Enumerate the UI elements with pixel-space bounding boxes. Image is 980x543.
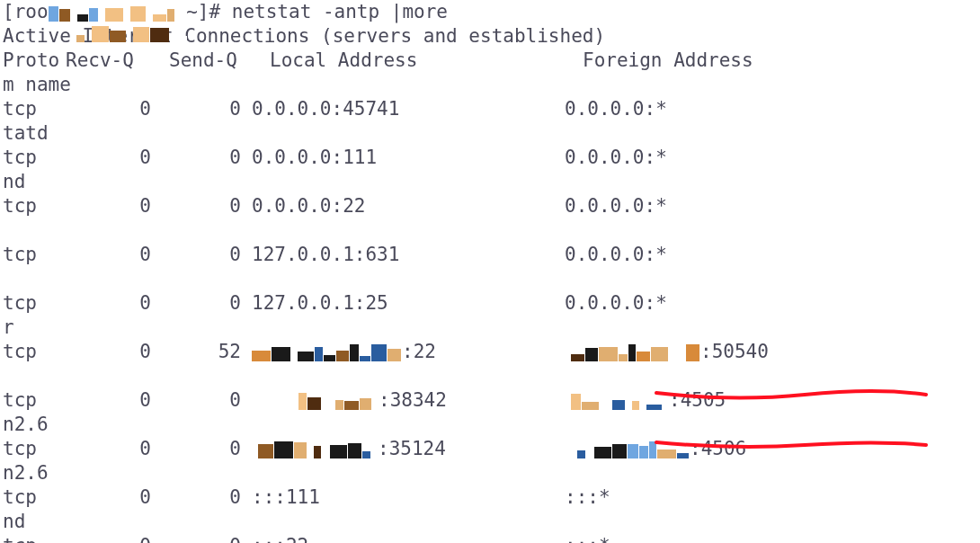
terminal-output: [roo ~]# netstat -antp |moreActive Inter…: [0, 0, 980, 543]
cell-foreign: 0.0.0.0:*: [565, 194, 870, 218]
cell-foreign: 0.0.0.0:*: [565, 291, 870, 316]
cell-proto: tcp: [3, 437, 57, 461]
col-foreign: Foreign Address: [583, 49, 888, 73]
cell-local: :22: [252, 340, 565, 364]
cell-wrap: [3, 365, 14, 387]
cell-local: :38342: [252, 388, 565, 413]
cell-foreign: 0.0.0.0:*: [565, 243, 870, 267]
cell-proto: tcp: [3, 534, 57, 543]
redaction-overflow: [76, 21, 188, 45]
redacted-ip: [252, 389, 379, 411]
redacted-ip: [49, 1, 175, 22]
cell-local: :::22: [252, 534, 565, 543]
cell-local: 127.0.0.1:631: [252, 243, 565, 267]
cell-proto: tcp: [3, 146, 57, 170]
net-row: tcp00 :::111:::*: [3, 485, 977, 510]
cell-wrap: r: [3, 316, 14, 338]
cell-proto: tcp: [3, 291, 57, 316]
cell-foreign: :4505: [565, 388, 870, 413]
net-row: tcp00 127.0.0.1:6310.0.0.0:*: [3, 243, 977, 267]
net-row: tcp00 127.0.0.1:250.0.0.0:*: [3, 291, 977, 316]
terminal-line: [3, 267, 977, 291]
cell-sendq: 0: [151, 243, 241, 267]
cell-sendq: 0: [151, 97, 241, 121]
cell-recvq: 0: [57, 485, 151, 510]
cell-proto: tcp: [3, 97, 57, 121]
cell-wrap: nd: [3, 171, 25, 192]
command-text: netstat -antp |more: [232, 1, 448, 22]
foreign-port: :4506: [690, 438, 746, 459]
terminal-line: [3, 364, 977, 388]
cell-recvq: 0: [57, 291, 151, 316]
cell-recvq: 0: [57, 243, 151, 267]
cell-recvq: 0: [57, 534, 151, 543]
local-port: :35124: [378, 438, 446, 459]
redacted-ip: [252, 341, 402, 362]
cell-local: :::111: [252, 485, 565, 510]
cell-recvq: 0: [57, 437, 151, 461]
local-port: :22: [402, 341, 436, 362]
terminal-line: ProtoRecv-QSend-QLocal AddressForeign Ad…: [3, 49, 977, 73]
cell-wrap: tatd: [3, 122, 49, 144]
net-row: tcp00 0.0.0.0:220.0.0.0:*: [3, 194, 977, 218]
cell-local: :35124: [252, 437, 565, 461]
cell-sendq: 0: [151, 437, 241, 461]
col-recvq: Recv-Q: [57, 49, 160, 73]
terminal-line: r: [3, 316, 977, 340]
cell-sendq: 0: [151, 291, 241, 316]
cell-recvq: 0: [57, 194, 151, 218]
redacted-ip: [252, 438, 378, 459]
terminal-line: nd: [3, 510, 977, 534]
terminal-line: n2.6: [3, 461, 977, 485]
cell-wrap: n2.6: [3, 414, 49, 435]
cell-recvq: 0: [57, 146, 151, 170]
prompt-suffix: ~]#: [175, 1, 232, 22]
col-proto: Proto: [3, 49, 57, 73]
cell-recvq: 0: [57, 388, 151, 413]
net-row: tcp00 :38342:4505: [3, 388, 977, 413]
redacted-ip: [565, 438, 690, 459]
cell-local: 0.0.0.0:22: [252, 194, 565, 218]
terminal-line: m name: [3, 73, 977, 97]
cell-foreign: :50540: [565, 340, 870, 364]
net-row: tcp00 0.0.0.0:457410.0.0.0:*: [3, 97, 977, 121]
foreign-port: :4505: [669, 389, 726, 411]
cell-foreign: :::*: [565, 534, 870, 543]
cell-foreign: :4506: [565, 437, 870, 461]
cell-sendq: 0: [151, 146, 241, 170]
cell-local: 0.0.0.0:45741: [252, 97, 565, 121]
cell-sendq: 0: [151, 388, 241, 413]
foreign-port: :50540: [700, 341, 769, 362]
terminal-line: [3, 218, 977, 243]
cell-foreign: 0.0.0.0:*: [565, 146, 870, 170]
cell-recvq: 0: [57, 340, 151, 364]
net-row: tcp00 :::22:::*: [3, 534, 977, 543]
cell-sendq: 52: [151, 340, 241, 364]
terminal-line: Active Internet Connections (servers and…: [3, 24, 977, 49]
redacted-ip: [565, 341, 700, 362]
cell-wrap: [3, 219, 14, 241]
net-row: tcp00 :35124:4506: [3, 437, 977, 461]
col-local: Local Address: [270, 49, 583, 73]
cell-wrap: nd: [3, 511, 25, 532]
prompt-prefix: [roo: [3, 1, 49, 22]
cell-proto: tcp: [3, 243, 57, 267]
net-row: tcp052 :22:50540: [3, 340, 977, 364]
terminal-line: n2.6: [3, 413, 977, 437]
cell-wrap: [3, 268, 14, 289]
col-sendq: Send-Q: [160, 49, 259, 73]
redacted-ip: [76, 22, 188, 43]
cell-sendq: 0: [151, 485, 241, 510]
cell-proto: tcp: [3, 340, 57, 364]
redacted-ip: [565, 389, 669, 411]
terminal-line: nd: [3, 170, 977, 194]
cell-sendq: 0: [151, 534, 241, 543]
cell-foreign: :::*: [565, 485, 870, 510]
terminal-line: tatd: [3, 121, 977, 146]
cell-local: 0.0.0.0:111: [252, 146, 565, 170]
cell-local: 127.0.0.1:25: [252, 291, 565, 316]
cell-sendq: 0: [151, 194, 241, 218]
cell-proto: tcp: [3, 388, 57, 413]
cell-foreign: 0.0.0.0:*: [565, 97, 870, 121]
net-row: tcp00 0.0.0.0:1110.0.0.0:*: [3, 146, 977, 170]
